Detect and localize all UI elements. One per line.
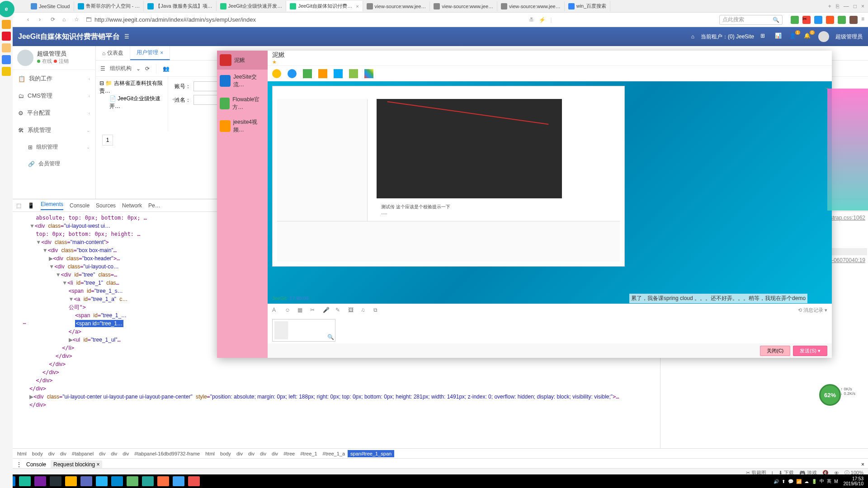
tray-icon[interactable]: 中: [820, 478, 824, 484]
back-button[interactable]: ‹: [27, 16, 34, 23]
screen-icon[interactable]: [303, 69, 312, 78]
browser-tab[interactable]: JeeGit企业级快速开发…: [217, 1, 287, 11]
ext-icon[interactable]: [838, 16, 846, 24]
tab-performance[interactable]: Pe…: [148, 202, 160, 209]
voice-icon[interactable]: [272, 69, 281, 78]
ext-icon[interactable]: [814, 16, 822, 24]
forward-button[interactable]: ›: [39, 16, 46, 23]
taskbar-app[interactable]: [65, 476, 77, 486]
message-image[interactable]: 测试传 这个应该是个校验提示一下.....: [272, 86, 625, 267]
tray-icon[interactable]: 🔊: [774, 479, 779, 484]
drawer-menu-icon[interactable]: ⋮: [16, 461, 22, 468]
chat-contact[interactable]: jeesite4视频…: [217, 115, 268, 137]
apps-icon[interactable]: ⊞: [760, 33, 769, 41]
chat-contact[interactable]: 泥鰍: [217, 51, 268, 70]
menu-toggle-button[interactable]: ☰: [124, 33, 129, 40]
inspect-icon[interactable]: ⬚: [16, 202, 21, 209]
video-icon[interactable]: [288, 69, 297, 78]
tray-icon[interactable]: ☁: [804, 479, 809, 484]
wallet-icon[interactable]: [2, 43, 11, 52]
docs-icon[interactable]: [2, 55, 11, 64]
tray-icon[interactable]: 📶: [796, 479, 802, 484]
maximize-button[interactable]: □: [854, 3, 857, 9]
close-icon[interactable]: ×: [861, 461, 864, 468]
close-window-button[interactable]: ×: [861, 3, 864, 9]
taskbar-app[interactable]: [173, 476, 184, 486]
taskbar-app[interactable]: [127, 476, 138, 486]
app-icon[interactable]: [349, 69, 358, 78]
ext-icon[interactable]: [826, 16, 834, 24]
tray-icon[interactable]: 🔋: [811, 479, 817, 484]
username-label[interactable]: 超级管理员: [835, 33, 863, 41]
chevron-down-icon[interactable]: ⌄: [136, 66, 141, 72]
browser-search-input[interactable]: 点此搜索 🔍: [719, 15, 783, 25]
close-button[interactable]: 关闭(C): [760, 346, 790, 356]
browser-tab[interactable]: 【Java 微服务实战】项…: [144, 1, 216, 11]
drawer-tab-reqblock[interactable]: Request blocking ×: [51, 460, 102, 469]
remote-icon[interactable]: [334, 69, 343, 78]
sidebar-item-system[interactable]: 🛠系统管理⌄: [13, 122, 95, 139]
browser-logo-icon[interactable]: e: [0, 1, 14, 17]
screenshot-icon[interactable]: ✂: [310, 307, 317, 314]
gif-icon[interactable]: ▦: [297, 307, 305, 314]
emoji-icon[interactable]: ☺: [285, 307, 292, 314]
flash-icon[interactable]: ⚡: [539, 17, 546, 23]
restore-button[interactable]: ⎘: [836, 3, 839, 9]
messages-icon[interactable]: 🔔0: [804, 33, 812, 41]
star-icon[interactable]: ★: [272, 59, 827, 65]
collapse-handle[interactable]: ◀: [172, 96, 176, 102]
tray-icon[interactable]: 英: [827, 478, 831, 484]
tray-icon[interactable]: 💬: [788, 479, 793, 484]
browser-tab[interactable]: view-source:www.jee…: [363, 1, 430, 11]
tray-icon[interactable]: M: [834, 479, 838, 484]
chat-contact[interactable]: JeeSite交流…: [217, 70, 268, 92]
address-bar[interactable]: 🗔 http://www.jeegit.com/admin/index#/adm…: [86, 16, 357, 23]
voice-msg-icon[interactable]: 🎤: [323, 307, 330, 314]
taskbar-app[interactable]: [111, 476, 123, 486]
taskbar-app[interactable]: [34, 476, 46, 486]
ext-icon[interactable]: [849, 16, 858, 24]
search-icon[interactable]: 🔍: [327, 334, 334, 340]
taskbar-app[interactable]: [50, 476, 61, 486]
send-button[interactable]: 发送(S) ▾: [793, 346, 827, 356]
refresh-icon[interactable]: ⟳: [145, 66, 150, 72]
tab-users[interactable]: 用户管理×: [130, 46, 170, 60]
sidebar-item-platform[interactable]: ⚙平台配置‹: [13, 104, 95, 122]
font-icon[interactable]: A: [272, 307, 279, 314]
tab-console[interactable]: Console: [70, 202, 90, 209]
device-icon[interactable]: 📱: [28, 202, 34, 209]
tab-elements[interactable]: Elements: [41, 201, 63, 210]
tab-sources[interactable]: Sources: [96, 202, 116, 209]
shop-icon[interactable]: [2, 67, 11, 76]
folder-icon[interactable]: [318, 69, 327, 78]
taskbar-app[interactable]: [19, 476, 31, 486]
share-icon[interactable]: ⫚: [529, 17, 534, 23]
taskbar-app[interactable]: [80, 476, 92, 486]
ad-overlay[interactable]: [827, 89, 868, 211]
browser-tab[interactable]: view-source:www.jee…: [497, 1, 565, 11]
image-icon[interactable]: 🖼: [348, 307, 355, 314]
sidebar-item-cms[interactable]: 🗂CMS管理‹: [13, 87, 95, 104]
home-button[interactable]: ⌂: [62, 16, 70, 23]
browser-tab[interactable]: 鲁斯菲尔的个人空间 - …: [74, 1, 144, 11]
close-icon[interactable]: ×: [96, 461, 99, 468]
system-clock[interactable]: 17:53 2019/6/10: [841, 476, 867, 486]
edit-icon[interactable]: ✎: [335, 307, 343, 314]
browser-tab[interactable]: JeeSite Cloud: [27, 1, 74, 11]
site-info-icon[interactable]: 🗔: [86, 16, 92, 23]
code-icon[interactable]: ⧉: [373, 307, 381, 314]
tree-node[interactable]: ⊟ 📁 吉林省正泰科技有限责…: [99, 80, 164, 95]
sidebar-item-member[interactable]: 🔗会员管理: [13, 155, 95, 172]
browser-tab[interactable]: JeeGit自媒体知识付费…×: [286, 1, 363, 11]
chat-contact[interactable]: Flowable官方…: [217, 92, 268, 115]
search-icon[interactable]: 🔍: [773, 17, 779, 23]
tree-node[interactable]: 📄 JeeGit企业级快速开…: [99, 95, 164, 110]
minimize-button[interactable]: —: [844, 3, 849, 9]
favorites-icon[interactable]: [2, 20, 11, 29]
sidebar-item-org[interactable]: ⊞组织管理⌄: [13, 139, 95, 155]
drawer-tab-console[interactable]: Console: [26, 461, 46, 468]
reload-button[interactable]: ⟳: [51, 16, 58, 23]
star-button[interactable]: ☆: [74, 16, 81, 23]
sidebar-item-work[interactable]: 📋我的工作‹: [13, 70, 95, 87]
taskbar-app[interactable]: [96, 476, 108, 486]
